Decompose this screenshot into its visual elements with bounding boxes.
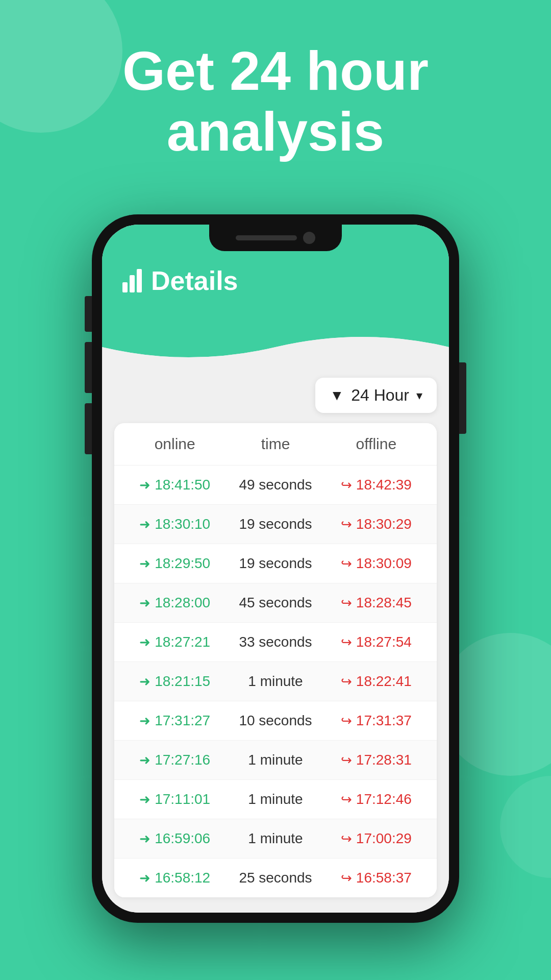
logout-icon: ↪ (341, 674, 352, 690)
cell-online-3: ➜ 18:28:00 (124, 595, 225, 611)
bg-circle-bottomright2 (500, 776, 551, 878)
cell-offline-0: ↪ 18:42:39 (326, 477, 427, 493)
logout-icon: ↪ (341, 713, 352, 729)
cell-offline-4: ↪ 18:27:54 (326, 634, 427, 650)
offline-time-8: 17:12:46 (356, 791, 412, 807)
table-header: online time offline (114, 423, 437, 465)
table-row: ➜ 17:31:27 10 seconds ↪ 17:31:37 (114, 701, 437, 740)
filter-label: 24 Hour (351, 386, 409, 405)
login-icon: ➜ (139, 674, 151, 690)
online-time-9: 16:59:06 (155, 830, 210, 847)
table-row: ➜ 18:28:00 45 seconds ↪ 18:28:45 (114, 583, 437, 622)
bar2 (130, 275, 135, 292)
offline-time-9: 17:00:29 (356, 830, 412, 847)
cell-offline-10: ↪ 16:58:37 (326, 870, 427, 886)
cell-time-4: 33 seconds (225, 634, 325, 650)
online-time-2: 18:29:50 (155, 555, 210, 572)
notch-camera (303, 232, 315, 244)
online-time-4: 18:27:21 (155, 634, 210, 650)
logout-icon: ↪ (341, 517, 352, 532)
bar-chart-icon (122, 269, 142, 292)
offline-time-7: 17:28:31 (356, 752, 412, 768)
cell-time-6: 10 seconds (225, 713, 325, 729)
col-header-time: time (225, 435, 325, 453)
cell-online-10: ➜ 16:58:12 (124, 870, 225, 886)
filter-dropdown[interactable]: ▼ 24 Hour ▾ (315, 378, 437, 413)
login-icon: ➜ (139, 556, 151, 572)
cell-time-10: 25 seconds (225, 870, 325, 886)
phone-button-mute (85, 296, 92, 332)
wave-separator (102, 327, 449, 368)
login-icon: ➜ (139, 477, 151, 493)
cell-online-5: ➜ 18:21:15 (124, 673, 225, 690)
screen-title: Details (151, 265, 238, 296)
logout-icon: ↪ (341, 477, 352, 493)
online-time-5: 18:21:15 (155, 673, 210, 690)
cell-offline-8: ↪ 17:12:46 (326, 791, 427, 807)
cell-offline-5: ↪ 18:22:41 (326, 673, 427, 690)
bar3 (137, 269, 142, 292)
phone-button-volume-down (85, 403, 92, 454)
cell-online-6: ➜ 17:31:27 (124, 713, 225, 729)
cell-time-9: 1 minute (225, 830, 325, 847)
logout-icon: ↪ (341, 634, 352, 650)
cell-time-8: 1 minute (225, 791, 325, 807)
logout-icon: ↪ (341, 831, 352, 847)
table-row: ➜ 18:27:21 33 seconds ↪ 18:27:54 (114, 622, 437, 662)
table-row: ➜ 17:11:01 1 minute ↪ 17:12:46 (114, 779, 437, 819)
chevron-down-icon: ▾ (416, 388, 422, 403)
offline-time-5: 18:22:41 (356, 673, 412, 690)
notch-bar (236, 235, 297, 240)
login-icon: ➜ (139, 870, 151, 886)
table-row: ➜ 18:30:10 19 seconds ↪ 18:30:29 (114, 504, 437, 544)
cell-online-0: ➜ 18:41:50 (124, 477, 225, 493)
logout-icon: ↪ (341, 595, 352, 611)
cell-offline-1: ↪ 18:30:29 (326, 516, 427, 532)
data-table: online time offline ➜ 18:41:50 49 second… (114, 423, 437, 897)
cell-offline-9: ↪ 17:00:29 (326, 830, 427, 847)
cell-online-7: ➜ 17:27:16 (124, 752, 225, 768)
logout-icon: ↪ (341, 556, 352, 572)
login-icon: ➜ (139, 831, 151, 847)
offline-time-3: 18:28:45 (356, 595, 412, 611)
cell-online-9: ➜ 16:59:06 (124, 830, 225, 847)
logout-icon: ↪ (341, 870, 352, 886)
cell-time-1: 19 seconds (225, 516, 325, 532)
online-time-1: 18:30:10 (155, 516, 210, 532)
online-time-10: 16:58:12 (155, 870, 210, 886)
phone-screen: Details ▼ 24 Hour ▾ (102, 225, 449, 913)
phone-button-power (459, 362, 466, 434)
table-row: ➜ 16:59:06 1 minute ↪ 17:00:29 (114, 819, 437, 858)
col-header-offline: offline (326, 435, 427, 453)
cell-offline-7: ↪ 17:28:31 (326, 752, 427, 768)
offline-time-2: 18:30:09 (356, 555, 412, 572)
offline-time-6: 17:31:37 (356, 713, 412, 729)
login-icon: ➜ (139, 752, 151, 768)
hero-title: Get 24 hour analysis (0, 41, 551, 162)
cell-time-0: 49 seconds (225, 477, 325, 493)
table-row: ➜ 16:58:12 25 seconds ↪ 16:58:37 (114, 858, 437, 897)
login-icon: ➜ (139, 634, 151, 650)
login-icon: ➜ (139, 517, 151, 532)
phone-outer-frame: Details ▼ 24 Hour ▾ (92, 214, 459, 923)
cell-time-3: 45 seconds (225, 595, 325, 611)
cell-offline-3: ↪ 18:28:45 (326, 595, 427, 611)
offline-time-10: 16:58:37 (356, 870, 412, 886)
bar1 (122, 282, 128, 292)
cell-offline-6: ↪ 17:31:37 (326, 713, 427, 729)
cell-time-2: 19 seconds (225, 555, 325, 572)
screen-title-row: Details (122, 265, 429, 327)
filter-icon: ▼ (330, 387, 344, 404)
phone-button-volume-up (85, 342, 92, 393)
table-rows-container: ➜ 18:41:50 49 seconds ↪ 18:42:39 ➜ 18:30… (114, 465, 437, 897)
cell-online-8: ➜ 17:11:01 (124, 791, 225, 807)
online-time-8: 17:11:01 (155, 791, 210, 807)
cell-time-7: 1 minute (225, 752, 325, 768)
table-row: ➜ 18:29:50 19 seconds ↪ 18:30:09 (114, 544, 437, 583)
login-icon: ➜ (139, 595, 151, 611)
screen-content: ▼ 24 Hour ▾ online time offline (102, 368, 449, 913)
phone-mockup: Details ▼ 24 Hour ▾ (92, 214, 459, 923)
cell-online-4: ➜ 18:27:21 (124, 634, 225, 650)
cell-online-1: ➜ 18:30:10 (124, 516, 225, 532)
online-time-0: 18:41:50 (155, 477, 210, 493)
